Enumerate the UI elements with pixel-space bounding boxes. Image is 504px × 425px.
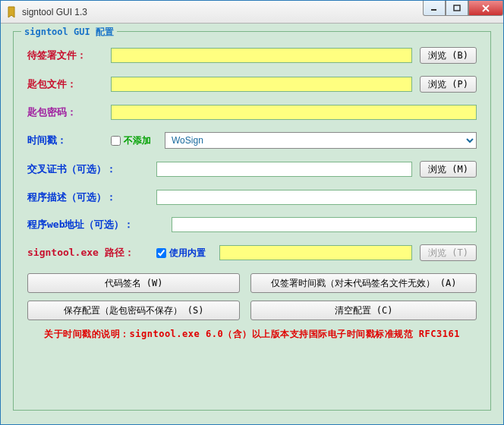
window-title: signtool GUI 1.3 xyxy=(22,7,87,17)
sign-button[interactable]: 代码签名 (W) xyxy=(27,273,240,293)
description-input[interactable] xyxy=(156,190,477,205)
file-input[interactable] xyxy=(111,48,412,63)
browse-file-button[interactable]: 浏览 (B) xyxy=(420,47,477,64)
password-label: 匙包密码： xyxy=(27,105,111,119)
file-label: 待签署文件： xyxy=(27,49,111,62)
action-row-1: 代码签名 (W) 仅签署时间戳（对未代码签名文件无效） (A) xyxy=(27,273,477,293)
minimize-button[interactable] xyxy=(423,1,446,16)
key-input[interactable] xyxy=(111,77,412,92)
timestamp-skip-checkbox[interactable] xyxy=(111,136,121,146)
action-row-2: 保存配置（匙包密码不保存） (S) 清空配置 (C) xyxy=(27,301,477,320)
browse-signtool-button[interactable]: 浏览 (T) xyxy=(420,244,477,261)
app-window: signtool GUI 1.3 signtool GUI 配置 待签署文件： … xyxy=(0,0,504,425)
cross-cert-label: 交叉证书（可选）： xyxy=(27,162,156,176)
key-label: 匙包文件： xyxy=(27,77,111,91)
use-builtin-checkbox[interactable] xyxy=(156,248,166,258)
footer-note: 关于时间戳的说明：signtool.exe 6.0（含）以上版本支持国际电子时间… xyxy=(27,328,477,341)
row-cross-cert: 交叉证书（可选）： 浏览 (M) xyxy=(27,161,477,178)
row-web-url: 程序web地址（可选）： xyxy=(27,217,477,232)
timestamp-skip-label: 不添加 xyxy=(124,134,151,147)
row-password: 匙包密码： xyxy=(27,105,477,120)
use-builtin-label: 使用内置 xyxy=(169,247,206,260)
titlebar[interactable]: signtool GUI 1.3 xyxy=(1,1,503,24)
web-url-input[interactable] xyxy=(172,217,477,232)
timestamp-label: 时间戳： xyxy=(27,134,111,147)
clear-config-button[interactable]: 清空配置 (C) xyxy=(250,301,477,320)
app-icon xyxy=(5,6,17,18)
row-signtool-path: signtool.exe 路径： 使用内置 浏览 (T) xyxy=(27,244,477,261)
cross-cert-input[interactable] xyxy=(156,162,412,177)
group-title: signtool GUI 配置 xyxy=(21,26,117,39)
row-description: 程序描述（可选）： xyxy=(27,190,477,205)
config-group: signtool GUI 配置 待签署文件： 浏览 (B) 匙包文件： 浏览 (… xyxy=(13,31,491,411)
close-button[interactable] xyxy=(468,1,503,16)
signtool-path-label: signtool.exe 路径： xyxy=(27,246,156,260)
timestamp-only-button[interactable]: 仅签署时间戳（对未代码签名文件无效） (A) xyxy=(250,273,477,293)
maximize-button[interactable] xyxy=(446,1,468,16)
svg-rect-1 xyxy=(454,5,460,11)
description-label: 程序描述（可选）： xyxy=(27,190,156,204)
row-file: 待签署文件： 浏览 (B) xyxy=(27,47,477,64)
web-url-label: 程序web地址（可选）： xyxy=(27,218,172,231)
save-config-button[interactable]: 保存配置（匙包密码不保存） (S) xyxy=(27,301,240,320)
signtool-path-input[interactable] xyxy=(219,245,412,260)
row-key: 匙包文件： 浏览 (P) xyxy=(27,76,477,93)
window-controls xyxy=(423,1,503,16)
timestamp-provider-select[interactable]: WoSign xyxy=(165,132,477,149)
browse-key-button[interactable]: 浏览 (P) xyxy=(420,76,477,93)
row-timestamp: 时间戳： 不添加 WoSign xyxy=(27,132,477,149)
password-input[interactable] xyxy=(111,105,477,120)
browse-cross-cert-button[interactable]: 浏览 (M) xyxy=(420,161,477,178)
